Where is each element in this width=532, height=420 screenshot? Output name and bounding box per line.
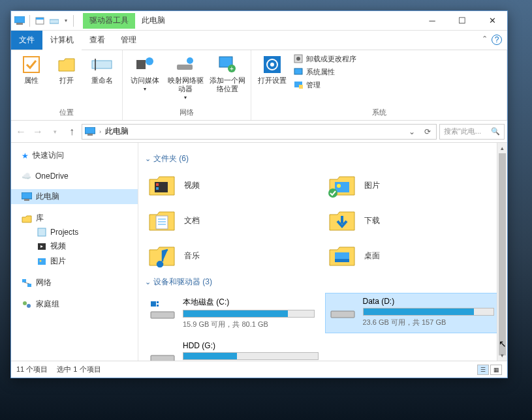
nav-forward-button[interactable]: → <box>31 125 45 139</box>
nav-up-button[interactable]: ↑ <box>65 125 79 139</box>
maximize-button[interactable]: ☐ <box>447 11 477 31</box>
folder-music[interactable]: 音乐 <box>145 240 319 271</box>
svg-point-42 <box>328 188 337 198</box>
svg-rect-10 <box>177 65 193 70</box>
scroll-thumb[interactable] <box>499 153 506 355</box>
folder-videos[interactable]: 视频 <box>145 170 319 201</box>
svg-rect-48 <box>335 259 349 262</box>
svg-rect-3 <box>36 18 44 20</box>
drive-d[interactable]: Data (D:) 23.6 GB 可用，共 157 GB <box>325 293 499 333</box>
svg-point-31 <box>40 260 42 262</box>
map-network-drive-button[interactable]: 映射网络驱动器▾ <box>166 52 205 101</box>
sidebar-item-libraries[interactable]: 库 <box>11 211 138 226</box>
minimize-button[interactable]: ─ <box>417 11 447 31</box>
access-media-button[interactable]: 访问媒体▾ <box>127 52 163 93</box>
window-controls: ─ ☐ ✕ <box>417 11 507 31</box>
qat-item-1[interactable] <box>34 15 46 27</box>
qat-dropdown[interactable]: ▾ <box>63 15 69 27</box>
nav-recent-button[interactable]: ▾ <box>48 125 62 139</box>
address-box[interactable]: › 此电脑 ⌄ ⟳ <box>82 124 437 140</box>
svg-rect-32 <box>22 279 26 282</box>
sidebar-item-this-pc[interactable]: 此电脑 <box>11 189 138 204</box>
open-button[interactable]: 打开 <box>50 52 83 85</box>
svg-point-36 <box>27 304 31 308</box>
drive-usage-bar <box>183 352 319 360</box>
tab-file[interactable]: 文件 <box>11 31 42 50</box>
sidebar-item-quick-access[interactable]: ★快速访问 <box>11 148 138 163</box>
qat-item-2[interactable] <box>48 15 60 27</box>
drive-name: 本地磁盘 (C:) <box>183 297 315 308</box>
svg-rect-4 <box>50 20 59 23</box>
sidebar-item-projects[interactable]: Projects <box>11 226 138 239</box>
star-icon: ★ <box>22 151 29 160</box>
tab-computer[interactable]: 计算机 <box>42 31 82 50</box>
view-icons-button[interactable]: ▦ <box>490 365 502 375</box>
help-button[interactable]: ? <box>492 35 502 45</box>
drive-sub: 15.9 GB 可用，共 80.1 GB <box>183 320 315 329</box>
drive-usage-bar <box>183 310 315 318</box>
svg-rect-27 <box>38 228 46 236</box>
drive-c[interactable]: 本地磁盘 (C:) 15.9 GB 可用，共 80.1 GB <box>145 293 319 333</box>
drive-icon <box>330 302 356 320</box>
drive-icon <box>149 300 176 322</box>
drive-sub: 23.6 GB 可用，共 157 GB <box>363 318 495 327</box>
sidebar-item-onedrive[interactable]: ☁️OneDrive <box>11 170 138 183</box>
drive-g[interactable]: HDD (G:) 502 GB 可用，共 833 GB <box>145 337 322 361</box>
scroll-down-button[interactable]: ▾ <box>497 350 507 361</box>
tab-manage[interactable]: 管理 <box>113 31 144 50</box>
window-title: 此电脑 <box>135 15 417 26</box>
vertical-scrollbar[interactable]: ▴ ▾ <box>497 143 507 361</box>
library-folder-icon <box>37 228 46 237</box>
group-header-devices[interactable]: 设备和驱动器 (3) <box>145 277 498 288</box>
sidebar-item-videos[interactable]: 视频 <box>11 239 138 254</box>
explorer-window: ▾ 驱动器工具 此电脑 ─ ☐ ✕ 文件 计算机 查看 管理 ⌃ ? 属性 <box>10 10 508 378</box>
address-dropdown[interactable]: ⌄ <box>406 127 418 136</box>
svg-rect-8 <box>136 60 146 69</box>
refresh-button[interactable]: ⟳ <box>422 127 433 136</box>
svg-rect-25 <box>22 192 32 199</box>
drive-icon <box>149 346 176 361</box>
sidebar-item-homegroup[interactable]: 家庭组 <box>11 297 138 312</box>
folder-desktop[interactable]: 桌面 <box>325 240 499 271</box>
status-selection: 选中 1 个项目 <box>57 365 101 374</box>
properties-button[interactable]: 属性 <box>15 52 48 85</box>
open-settings-button[interactable]: 打开设置 <box>255 52 289 85</box>
content-scroll[interactable]: 文件夹 (6) 视频 图片 文档 <box>138 143 507 361</box>
uninstall-programs-button[interactable]: 卸载或更改程序 <box>292 53 358 65</box>
sidebar-item-pictures[interactable]: 图片 <box>11 254 138 269</box>
rename-button[interactable]: 重命名 <box>86 52 118 85</box>
onedrive-icon: ☁️ <box>22 172 31 181</box>
context-tab-drive-tools[interactable]: 驱动器工具 <box>83 13 135 29</box>
network-icon <box>22 278 32 288</box>
group-header-folders[interactable]: 文件夹 (6) <box>145 153 498 164</box>
ribbon-group-network: 访问媒体▾ 映射网络驱动器▾ + 添加一个网络位置 网络 <box>123 50 251 120</box>
cursor-icon: ↖ <box>499 338 507 349</box>
svg-rect-0 <box>14 16 25 23</box>
svg-rect-43 <box>156 216 168 229</box>
close-button[interactable]: ✕ <box>477 11 507 31</box>
folder-pictures[interactable]: 图片 <box>325 170 499 201</box>
manage-button[interactable]: 管理 <box>292 79 358 91</box>
folder-downloads[interactable]: 下载 <box>325 205 499 236</box>
scroll-up-button[interactable]: ▴ <box>497 143 507 153</box>
svg-rect-54 <box>151 355 174 361</box>
app-icon[interactable] <box>14 15 25 27</box>
ribbon-minimize-button[interactable]: ⌃ <box>482 31 492 50</box>
add-network-location-button[interactable]: + 添加一个网络位置 <box>208 52 247 93</box>
search-input[interactable]: 搜索"此电... 🔍 <box>439 124 505 140</box>
svg-rect-52 <box>157 305 159 307</box>
folder-documents[interactable]: 文档 <box>145 205 319 236</box>
svg-rect-24 <box>87 134 93 136</box>
nav-back-button[interactable]: ← <box>14 125 28 139</box>
this-pc-icon <box>22 192 32 202</box>
svg-rect-38 <box>156 183 159 186</box>
svg-point-35 <box>23 301 27 305</box>
system-properties-button[interactable]: 系统属性 <box>292 66 358 78</box>
svg-point-11 <box>187 57 193 64</box>
view-details-button[interactable]: ☰ <box>477 365 489 375</box>
navigation-pane: ★快速访问 ☁️OneDrive 此电脑 库 Projects 视频 <box>11 143 138 361</box>
svg-rect-53 <box>331 311 354 318</box>
tab-view[interactable]: 查看 <box>82 31 113 50</box>
sidebar-item-network[interactable]: 网络 <box>11 275 138 290</box>
statusbar: 11 个项目 选中 1 个项目 ☰ ▦ <box>11 361 507 378</box>
